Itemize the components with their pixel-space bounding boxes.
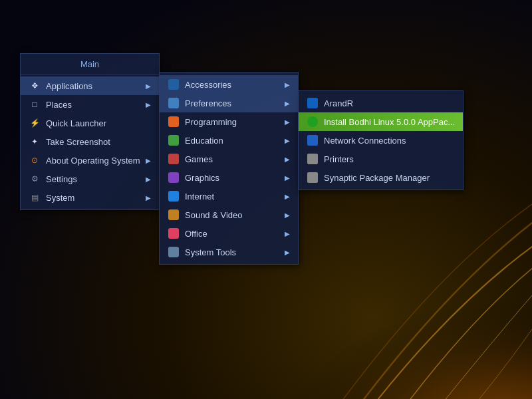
synaptic-label: Synaptic Package Manager bbox=[324, 173, 430, 183]
graphics-icon bbox=[168, 172, 180, 184]
menu-item-take-screenshot[interactable]: ✦ Take Screenshot bbox=[21, 132, 159, 151]
programming-icon bbox=[168, 116, 180, 128]
menu-item-internet[interactable]: Internet ▶ bbox=[160, 187, 298, 205]
applications-label: Applications bbox=[46, 81, 92, 91]
svg-point-0 bbox=[273, 246, 532, 399]
menu-item-office[interactable]: Office ▶ bbox=[160, 224, 298, 243]
about-os-label: About Operating System bbox=[46, 156, 140, 166]
about-os-arrow: ▶ bbox=[146, 157, 151, 164]
categories-menu: Accessories ▶ Preferences ▶ Programming … bbox=[159, 72, 299, 265]
accessories-icon bbox=[168, 78, 180, 90]
menu-item-sound-video[interactable]: Sound & Video ▶ bbox=[160, 205, 298, 224]
install-bodhi-label: Install Bodhi Linux 5.0.0 AppPac... bbox=[324, 117, 455, 127]
main-menu-title: Main bbox=[21, 57, 159, 73]
quick-launcher-icon: ⚡ bbox=[29, 117, 41, 129]
games-icon bbox=[168, 153, 180, 165]
screenshot-icon: ✦ bbox=[29, 136, 41, 148]
menu-item-system[interactable]: ▤ System ▶ bbox=[21, 188, 159, 207]
graphics-label: Graphics bbox=[185, 173, 219, 183]
office-arrow: ▶ bbox=[285, 230, 290, 237]
settings-label: Settings bbox=[46, 174, 77, 184]
settings-arrow: ▶ bbox=[146, 176, 151, 183]
places-icon: □ bbox=[29, 98, 41, 110]
education-label: Education bbox=[185, 136, 223, 146]
menu-item-education[interactable]: Education ▶ bbox=[160, 131, 298, 150]
education-icon bbox=[168, 134, 180, 146]
printers-label: Printers bbox=[324, 154, 354, 164]
graphics-arrow: ▶ bbox=[285, 174, 290, 182]
system-label: System bbox=[46, 193, 74, 203]
office-label: Office bbox=[185, 229, 207, 239]
accessories-label: Accessories bbox=[185, 80, 231, 90]
printers-icon bbox=[307, 153, 319, 165]
education-arrow: ▶ bbox=[285, 137, 290, 144]
system-tools-label: System Tools bbox=[185, 247, 236, 257]
accessories-arrow: ▶ bbox=[285, 81, 290, 88]
arandr-icon bbox=[307, 97, 319, 109]
system-arrow: ▶ bbox=[146, 194, 151, 201]
programming-arrow: ▶ bbox=[285, 118, 290, 126]
main-menu-divider bbox=[21, 74, 159, 75]
menu-item-network-connections[interactable]: Network Connections bbox=[299, 131, 463, 150]
games-label: Games bbox=[185, 154, 213, 164]
sound-video-label: Sound & Video bbox=[185, 210, 243, 220]
menu-item-printers[interactable]: Printers bbox=[299, 150, 463, 168]
menu-item-quick-launcher[interactable]: ⚡ Quick Launcher bbox=[21, 114, 159, 132]
menu-item-programming[interactable]: Programming ▶ bbox=[160, 112, 298, 131]
office-icon bbox=[168, 227, 180, 239]
menu-item-synaptic[interactable]: Synaptic Package Manager bbox=[299, 168, 463, 187]
quick-launcher-label: Quick Launcher bbox=[46, 118, 106, 128]
preferences-submenu: ArandR Install Bodhi Linux 5.0.0 AppPac.… bbox=[298, 90, 464, 190]
system-icon: ▤ bbox=[29, 192, 41, 203]
main-menu: Main ❖ Applications ▶ □ Places ▶ ⚡ Quick… bbox=[20, 53, 160, 210]
menu-item-places[interactable]: □ Places ▶ bbox=[21, 95, 159, 114]
programming-label: Programming bbox=[185, 117, 237, 127]
applications-icon: ❖ bbox=[29, 80, 41, 92]
menus-container: Main ❖ Applications ▶ □ Places ▶ ⚡ Quick… bbox=[20, 53, 464, 265]
settings-icon: ⚙ bbox=[29, 173, 41, 185]
menu-item-games[interactable]: Games ▶ bbox=[160, 150, 298, 168]
screenshot-label: Take Screenshot bbox=[46, 137, 110, 147]
menu-item-accessories[interactable]: Accessories ▶ bbox=[160, 75, 298, 94]
internet-label: Internet bbox=[185, 192, 214, 201]
preferences-label: Preferences bbox=[185, 98, 231, 108]
preferences-arrow: ▶ bbox=[285, 100, 290, 107]
system-tools-arrow: ▶ bbox=[285, 249, 290, 256]
menu-item-settings[interactable]: ⚙ Settings ▶ bbox=[21, 170, 159, 188]
menu-item-applications[interactable]: ❖ Applications ▶ bbox=[21, 76, 159, 95]
arandr-label: ArandR bbox=[324, 98, 353, 108]
internet-icon bbox=[168, 190, 180, 202]
preferences-icon bbox=[168, 97, 180, 109]
menu-item-about-os[interactable]: ⊙ About Operating System ▶ bbox=[21, 151, 159, 170]
bodhi-icon bbox=[307, 116, 319, 128]
about-os-icon: ⊙ bbox=[29, 154, 41, 166]
sound-video-icon bbox=[168, 209, 180, 221]
menu-item-graphics[interactable]: Graphics ▶ bbox=[160, 168, 298, 187]
synaptic-icon bbox=[307, 172, 319, 184]
system-tools-icon bbox=[168, 246, 180, 258]
applications-arrow: ▶ bbox=[146, 82, 151, 90]
games-arrow: ▶ bbox=[285, 156, 290, 163]
menu-item-arandr[interactable]: ArandR bbox=[299, 94, 463, 112]
places-label: Places bbox=[46, 100, 72, 110]
menu-item-install-bodhi[interactable]: Install Bodhi Linux 5.0.0 AppPac... bbox=[299, 112, 463, 131]
network-connections-icon bbox=[307, 134, 319, 146]
network-connections-label: Network Connections bbox=[324, 136, 406, 146]
menu-item-system-tools[interactable]: System Tools ▶ bbox=[160, 243, 298, 261]
sound-video-arrow: ▶ bbox=[285, 211, 290, 219]
menu-item-preferences[interactable]: Preferences ▶ bbox=[160, 94, 298, 112]
internet-arrow: ▶ bbox=[285, 193, 290, 200]
places-arrow: ▶ bbox=[146, 101, 151, 108]
